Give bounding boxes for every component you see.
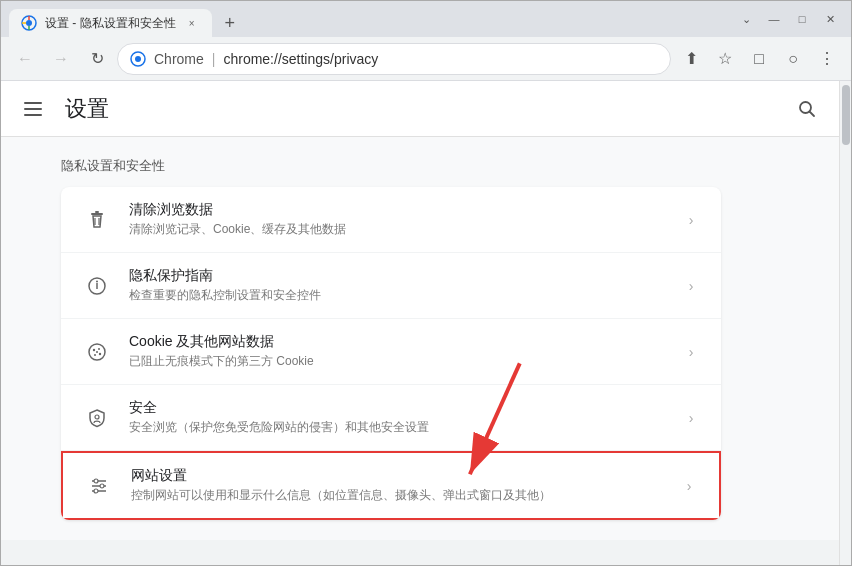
clear-browsing-title: 清除浏览数据 (129, 201, 665, 219)
svg-point-18 (98, 348, 100, 350)
svg-rect-12 (95, 211, 99, 213)
svg-point-19 (94, 354, 96, 356)
toolbar-actions: ⬆ ☆ □ ○ ⋮ (675, 43, 843, 75)
title-bar: 设置 - 隐私设置和安全性 × + ⌄ — □ ✕ (1, 1, 851, 37)
site-settings-arrow: › (679, 476, 699, 496)
site-settings-title: 网站设置 (131, 467, 663, 485)
new-tab-button[interactable]: + (216, 9, 244, 37)
clear-browsing-arrow: › (681, 210, 701, 230)
settings-wrapper: 设置 隐私设置和安全性 (1, 81, 839, 565)
security-icon (81, 402, 113, 434)
svg-point-15 (96, 280, 98, 282)
privacy-guide-icon (81, 270, 113, 302)
tab-favicon (21, 15, 37, 31)
scrollbar-thumb[interactable] (842, 85, 850, 145)
settings-page: 设置 隐私设置和安全性 (1, 81, 839, 540)
svg-point-21 (96, 351, 98, 353)
forward-button[interactable]: → (45, 43, 77, 75)
svg-point-20 (99, 352, 101, 354)
svg-point-27 (100, 484, 104, 488)
settings-item-clear-browsing[interactable]: 清除浏览数据 清除浏览记录、Cookie、缓存及其他数据 › (61, 187, 721, 253)
privacy-guide-content: 隐私保护指南 检查重要的隐私控制设置和安全控件 (129, 267, 665, 304)
address-url: chrome://settings/privacy (223, 51, 658, 67)
security-content: 安全 安全浏览（保护您免受危险网站的侵害）和其他安全设置 (129, 399, 665, 436)
svg-point-28 (94, 489, 98, 493)
clear-browsing-subtitle: 清除浏览记录、Cookie、缓存及其他数据 (129, 221, 665, 238)
cookies-arrow: › (681, 342, 701, 362)
svg-point-1 (26, 20, 32, 26)
site-settings-subtitle: 控制网站可以使用和显示什么信息（如位置信息、摄像头、弹出式窗口及其他） (131, 487, 663, 504)
back-button[interactable]: ← (9, 43, 41, 75)
settings-content: 隐私设置和安全性 (1, 137, 781, 540)
clear-browsing-content: 清除浏览数据 清除浏览记录、Cookie、缓存及其他数据 (129, 201, 665, 238)
search-icon (798, 100, 816, 118)
tab-area: 设置 - 隐私设置和安全性 × + (1, 1, 725, 37)
settings-item-security[interactable]: 安全 安全浏览（保护您免受危险网站的侵害）和其他安全设置 › (61, 385, 721, 451)
privacy-guide-arrow: › (681, 276, 701, 296)
refresh-button[interactable]: ↻ (81, 43, 113, 75)
settings-page-title: 设置 (65, 94, 109, 124)
clear-browsing-icon (81, 204, 113, 236)
hamburger-line-1 (24, 102, 42, 104)
tab-title: 设置 - 隐私设置和安全性 (45, 15, 176, 32)
main-area: 设置 隐私设置和安全性 (1, 81, 851, 565)
window-controls: ⌄ — □ ✕ (725, 1, 851, 37)
cookies-subtitle: 已阻止无痕模式下的第三方 Cookie (129, 353, 665, 370)
bookmark-button[interactable]: ☆ (709, 43, 741, 75)
expand-button[interactable]: ⌄ (733, 6, 759, 32)
svg-rect-9 (91, 213, 103, 215)
scrollbar-track[interactable] (839, 81, 851, 565)
browser-window: 设置 - 隐私设置和安全性 × + ⌄ — □ ✕ ← → ↻ Chrome |… (0, 0, 852, 566)
svg-point-6 (135, 56, 141, 62)
privacy-guide-title: 隐私保护指南 (129, 267, 665, 285)
settings-header: 设置 (1, 81, 839, 137)
section-title: 隐私设置和安全性 (61, 157, 721, 175)
svg-point-17 (93, 348, 95, 350)
toolbar: ← → ↻ Chrome | chrome://settings/privacy… (1, 37, 851, 81)
security-title: 安全 (129, 399, 665, 417)
site-settings-icon (83, 470, 115, 502)
settings-search-button[interactable] (791, 93, 823, 125)
address-bar-icon (130, 51, 146, 67)
site-settings-content: 网站设置 控制网站可以使用和显示什么信息（如位置信息、摄像头、弹出式窗口及其他） (131, 467, 663, 504)
close-button[interactable]: ✕ (817, 6, 843, 32)
minimize-button[interactable]: — (761, 6, 787, 32)
hamburger-line-2 (24, 108, 42, 110)
security-subtitle: 安全浏览（保护您免受危险网站的侵害）和其他安全设置 (129, 419, 665, 436)
security-arrow: › (681, 408, 701, 428)
cookies-icon (81, 336, 113, 368)
profile-button[interactable]: ○ (777, 43, 809, 75)
address-separator: | (212, 51, 216, 67)
extension-button[interactable]: □ (743, 43, 775, 75)
settings-item-privacy-guide[interactable]: 隐私保护指南 检查重要的隐私控制设置和安全控件 › (61, 253, 721, 319)
cookies-content: Cookie 及其他网站数据 已阻止无痕模式下的第三方 Cookie (129, 333, 665, 370)
share-button[interactable]: ⬆ (675, 43, 707, 75)
cookies-title: Cookie 及其他网站数据 (129, 333, 665, 351)
svg-point-22 (95, 415, 99, 419)
address-chrome-label: Chrome (154, 51, 204, 67)
settings-item-cookies[interactable]: Cookie 及其他网站数据 已阻止无痕模式下的第三方 Cookie › (61, 319, 721, 385)
privacy-guide-subtitle: 检查重要的隐私控制设置和安全控件 (129, 287, 665, 304)
settings-item-site-settings[interactable]: 网站设置 控制网站可以使用和显示什么信息（如位置信息、摄像头、弹出式窗口及其他）… (61, 451, 721, 520)
menu-button[interactable]: ⋮ (811, 43, 843, 75)
active-tab[interactable]: 设置 - 隐私设置和安全性 × (9, 9, 212, 37)
svg-line-8 (810, 111, 815, 116)
address-bar[interactable]: Chrome | chrome://settings/privacy (117, 43, 671, 75)
maximize-button[interactable]: □ (789, 6, 815, 32)
settings-card: 清除浏览数据 清除浏览记录、Cookie、缓存及其他数据 › (61, 187, 721, 520)
hamburger-line-3 (24, 114, 42, 116)
hamburger-button[interactable] (17, 93, 49, 125)
svg-point-26 (94, 479, 98, 483)
tab-close-button[interactable]: × (184, 15, 200, 31)
